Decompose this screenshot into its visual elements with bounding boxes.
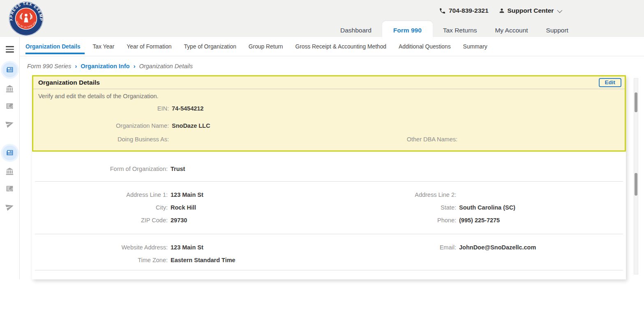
tab-summary[interactable]: Summary (463, 37, 487, 56)
phone-number: 704-839-2321 (449, 7, 489, 14)
field-row-dba: Doing Business As: Other DBA Names: (33, 136, 625, 143)
field-value: 74-5454212 (172, 105, 203, 112)
breadcrumb-separator-icon: › (133, 62, 135, 69)
field-row-time-zone: Time Zone: Eastern Standard Time (32, 257, 626, 263)
tab-type-of-organization[interactable]: Type of Organization (184, 37, 236, 56)
sidebar-form-990-icon-2[interactable] (2, 145, 17, 160)
sidebar-transmit-icon-2[interactable] (5, 202, 14, 211)
section-description: Verify and edit the details of the Organ… (33, 89, 625, 99)
sidebar-amend-return-icon[interactable] (5, 102, 14, 111)
section-divider (35, 270, 623, 270)
field-label: Phone: (329, 217, 456, 224)
field-row-city-state: City: Rock Hill State: South Carolina (S… (32, 204, 626, 211)
breadcrumb-organization-info[interactable]: Organization Info (81, 63, 129, 69)
logo-badge-icon: EXPRESS TAX EXEMPT Now let us help you (9, 1, 44, 36)
breadcrumb-form-990-series: Form 990 Series (27, 63, 71, 69)
highlighted-organization-section: Organization Details Edit Verify and edi… (32, 75, 626, 152)
tab-organization-details[interactable]: Organization Details (25, 37, 80, 56)
field-row-organization-name: Organization Name: SnoDaze LLC (33, 122, 625, 129)
tab-tax-year[interactable]: Tax Year (92, 37, 114, 56)
organization-details-card: Organization Details Edit Verify and edi… (32, 75, 626, 279)
phone-number-group: 704-839-2321 (439, 7, 489, 14)
support-center-menu[interactable]: Support Center (499, 7, 561, 14)
paper-plane-icon (5, 202, 14, 211)
field-row-website-email: Website Address: 123 Main St Email: John… (32, 244, 626, 251)
field-value: 123 Main St (171, 244, 203, 251)
field-row-form-of-organization: Form of Organization: Trust (32, 166, 626, 172)
sidebar-amend-return-icon-2[interactable] (5, 184, 14, 193)
main-nav: Dashboard Form 990 Tax Returns My Accoun… (339, 21, 569, 39)
paper-plane-icon (5, 119, 14, 128)
field-value: Eastern Standard Time (171, 257, 235, 263)
field-label: Doing Business As: (33, 136, 169, 143)
field-value: Rock Hill (171, 204, 196, 211)
field-label: City: (32, 204, 168, 211)
field-row-zip-phone: ZIP Code: 29730 Phone: (995) 225-7275 (32, 217, 626, 224)
nav-tax-returns[interactable]: Tax Returns (442, 27, 478, 34)
bank-icon (5, 84, 14, 93)
field-value: 29730 (171, 217, 187, 224)
section-divider (35, 234, 623, 234)
utility-bar: 704-839-2321 Support Center (439, 5, 561, 16)
field-label: Address Line 1: (32, 191, 168, 198)
tab-year-of-formation[interactable]: Year of Formation (127, 37, 171, 56)
person-icon (499, 7, 505, 14)
support-center-label: Support Center (508, 7, 554, 14)
breadcrumb: Form 990 Series › Organization Info › Or… (20, 57, 644, 75)
field-value: 123 Main St (171, 191, 203, 198)
hamburger-menu-icon[interactable] (6, 46, 14, 53)
form-document-icon (6, 66, 14, 74)
vertical-scrollbar[interactable] (634, 78, 638, 274)
field-row-ein: EIN: 74-5454212 (33, 105, 625, 112)
field-label: EIN: (33, 105, 169, 112)
form-edit-icon (5, 102, 14, 111)
tab-group-return[interactable]: Group Return (249, 37, 283, 56)
phone-icon (439, 7, 446, 14)
field-value: South Carolina (SC) (459, 204, 515, 211)
nav-my-account[interactable]: My Account (494, 27, 529, 34)
field-label: Website Address: (32, 244, 168, 251)
sidebar-transmit-icon[interactable] (5, 119, 14, 128)
expresstaxexempt-logo[interactable]: EXPRESS TAX EXEMPT Now let us help you (9, 1, 44, 36)
field-value: Trust (171, 166, 185, 172)
field-label: Form of Organization: (32, 166, 168, 172)
top-header: EXPRESS TAX EXEMPT Now let us help you 7… (0, 0, 644, 37)
edit-button[interactable]: Edit (599, 78, 622, 87)
field-label: State: (329, 204, 456, 211)
left-sidebar (0, 37, 20, 279)
scrollbar-thumb[interactable] (635, 92, 637, 112)
sidebar-organization-icon-2[interactable] (5, 167, 14, 176)
scrollbar-thumb[interactable] (635, 173, 637, 196)
breadcrumb-separator-icon: › (75, 62, 77, 69)
field-label: Email: (329, 244, 456, 251)
field-value: JohnDoe@SnoDazellc.com (459, 244, 536, 251)
chevron-down-icon (557, 7, 563, 13)
field-row-address: Address Line 1: 123 Main St Address Line… (32, 191, 626, 198)
field-label: Time Zone: (32, 257, 168, 263)
section-title: Organization Details (38, 79, 100, 86)
field-value: SnoDaze LLC (172, 122, 210, 129)
field-label: Organization Name: (33, 122, 169, 129)
sidebar-form-990-icon[interactable] (2, 62, 17, 77)
sidebar-organization-icon[interactable] (5, 84, 14, 93)
form-990-step-tabs: Organization Details Tax Year Year of Fo… (20, 37, 644, 56)
nav-dashboard[interactable]: Dashboard (339, 27, 372, 34)
field-label: Address Line 2: (329, 191, 456, 198)
form-edit-icon (5, 184, 14, 193)
bank-icon (5, 167, 14, 176)
nav-form-990-active-tab[interactable]: Form 990 (382, 21, 433, 40)
field-value: (995) 225-7275 (459, 217, 500, 224)
field-label: ZIP Code: (32, 217, 168, 224)
form-document-icon (6, 149, 14, 157)
tab-gross-receipt-accounting-method[interactable]: Gross Receipt & Accounting Method (295, 37, 386, 56)
section-divider (35, 181, 623, 182)
field-label: Other DBA Names: (330, 136, 457, 143)
nav-support[interactable]: Support (545, 27, 569, 34)
breadcrumb-organization-details: Organization Details (139, 63, 193, 69)
